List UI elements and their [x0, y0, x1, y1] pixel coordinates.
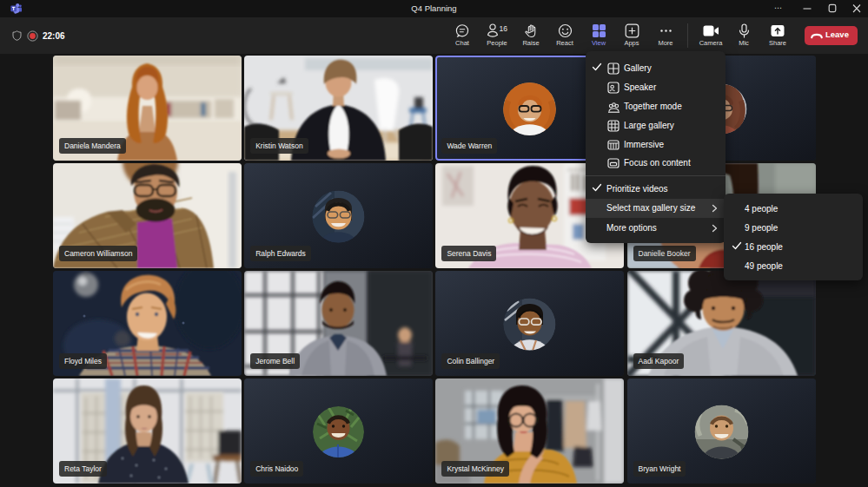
svg-text:16: 16 [500, 24, 508, 33]
